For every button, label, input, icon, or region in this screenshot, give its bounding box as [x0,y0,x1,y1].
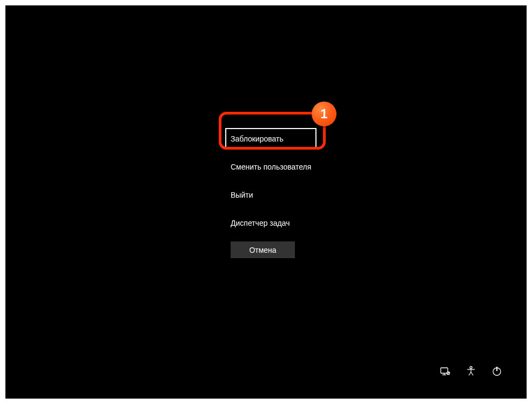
sign-out-option[interactable]: Выйти [225,184,316,206]
security-options-screen: Заблокировать Сменить пользователя Выйти… [5,5,527,399]
task-manager-option[interactable]: Диспетчер задач [225,212,316,234]
annotation-badge: 1 [312,102,336,126]
svg-line-9 [471,372,473,375]
svg-point-5 [470,367,472,369]
options-list: Заблокировать Сменить пользователя Выйти… [225,128,316,240]
lock-option[interactable]: Заблокировать [225,128,316,150]
accessibility-icon[interactable] [466,366,476,376]
svg-rect-0 [441,368,448,373]
power-icon[interactable] [491,366,502,376]
cancel-button[interactable]: Отмена [231,241,295,258]
network-icon[interactable] [440,366,450,376]
svg-line-8 [469,372,471,375]
bottom-icon-bar [440,366,502,376]
switch-user-option[interactable]: Сменить пользователя [225,156,316,178]
